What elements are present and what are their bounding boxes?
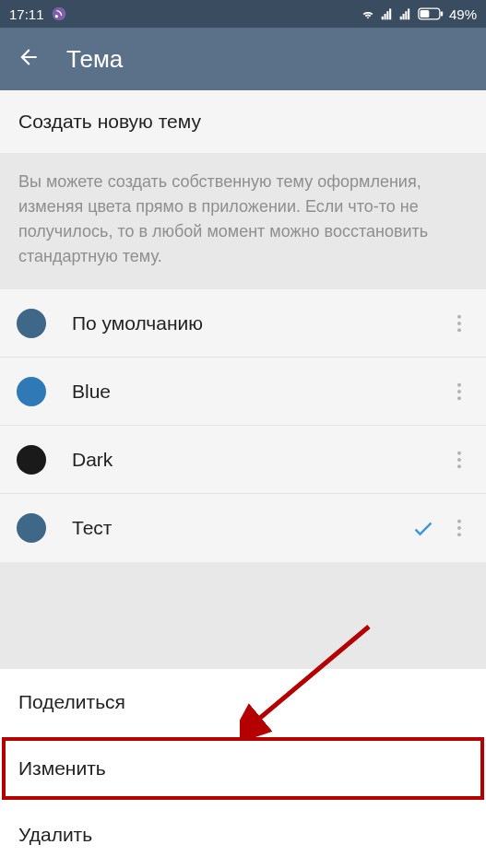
svg-rect-4 [386, 11, 388, 19]
svg-point-18 [457, 396, 461, 400]
theme-swatch [17, 445, 46, 475]
theme-label: Тест [72, 517, 410, 539]
more-icon[interactable] [449, 510, 469, 545]
theme-label: Dark [72, 449, 449, 471]
theme-label: Blue [72, 381, 449, 403]
more-icon[interactable] [449, 374, 469, 409]
svg-rect-7 [402, 14, 404, 19]
menu-edit[interactable]: Изменить [0, 735, 486, 802]
svg-point-19 [457, 451, 461, 454]
page-title: Тема [66, 45, 123, 74]
svg-rect-3 [384, 14, 385, 19]
list-spacer [0, 562, 486, 590]
svg-point-21 [457, 464, 461, 468]
more-icon[interactable] [449, 442, 469, 477]
signal-icon-1 [381, 7, 394, 20]
svg-rect-6 [400, 17, 402, 20]
context-menu: Поделиться Изменить Удалить [0, 669, 486, 868]
theme-item[interactable]: Тест [0, 494, 486, 562]
menu-delete[interactable]: Удалить [0, 802, 486, 868]
app-bar: Тема [0, 28, 486, 90]
status-time: 17:11 [9, 6, 44, 22]
check-icon [410, 515, 436, 541]
section-description: Вы можете создать собственную тему оформ… [0, 153, 486, 289]
svg-point-1 [54, 15, 57, 18]
svg-point-24 [457, 533, 461, 536]
menu-share[interactable]: Поделиться [0, 669, 486, 735]
theme-item[interactable]: Blue [0, 358, 486, 426]
theme-list: По умолчаниюBlueDarkТест [0, 289, 486, 562]
theme-swatch [17, 309, 46, 338]
theme-swatch [17, 377, 46, 406]
svg-rect-9 [408, 8, 409, 19]
svg-rect-2 [382, 17, 384, 20]
wifi-icon [361, 7, 375, 20]
svg-point-13 [457, 314, 461, 318]
more-icon[interactable] [449, 306, 469, 341]
svg-rect-11 [420, 10, 429, 18]
battery-label: 49% [449, 6, 477, 22]
svg-rect-12 [441, 12, 443, 17]
svg-rect-5 [389, 8, 391, 19]
svg-rect-8 [405, 11, 407, 19]
svg-point-22 [457, 520, 461, 523]
svg-point-23 [457, 526, 461, 530]
signal-icon-2 [399, 7, 412, 20]
create-theme-header[interactable]: Создать новую тему [0, 90, 486, 153]
back-button[interactable] [17, 45, 41, 73]
status-bar: 17:11 49% [0, 0, 486, 28]
svg-point-14 [457, 321, 461, 324]
svg-point-20 [457, 457, 461, 461]
battery-icon [418, 7, 444, 20]
theme-item[interactable]: Dark [0, 426, 486, 494]
theme-label: По умолчанию [72, 312, 449, 334]
svg-point-15 [457, 328, 461, 332]
viber-icon [52, 6, 66, 21]
theme-item[interactable]: По умолчанию [0, 289, 486, 358]
svg-point-17 [457, 389, 461, 393]
svg-point-0 [52, 7, 65, 21]
svg-point-16 [457, 382, 461, 386]
theme-swatch [17, 513, 46, 543]
